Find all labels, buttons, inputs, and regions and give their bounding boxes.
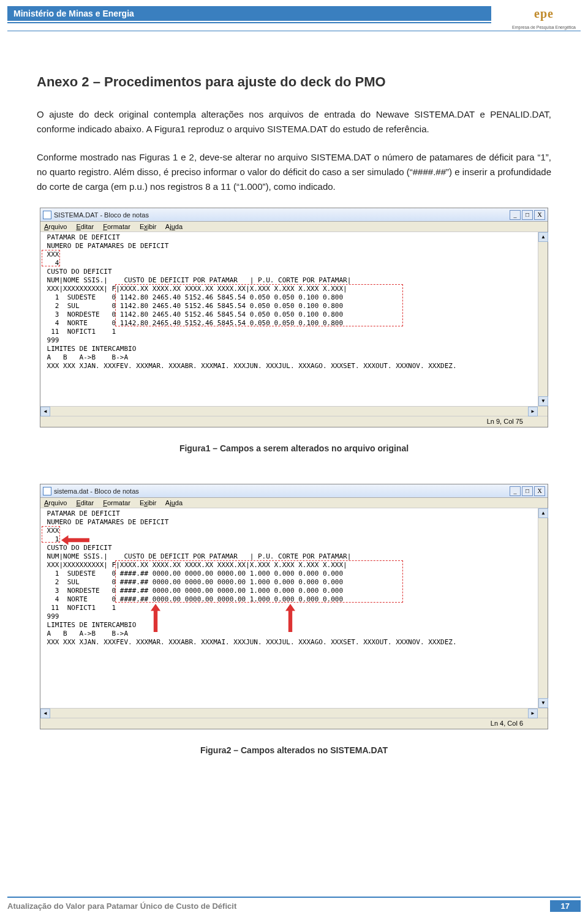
menu-bar: AArquivorquivo Editar Formatar Exibir Aj… (40, 222, 548, 232)
menu-formatar[interactable]: Formatar (103, 223, 130, 230)
titlebar[interactable]: SISTEMA.DAT - Bloco de notas _ □ X (40, 208, 548, 222)
minimize-button[interactable]: _ (510, 486, 521, 496)
page-footer: Atualização do Valor para Patamar Único … (7, 897, 581, 912)
vertical-scrollbar[interactable]: ▲ ▼ (538, 232, 548, 406)
close-button[interactable]: X (534, 210, 545, 220)
notepad-window-1: SISTEMA.DAT - Bloco de notas _ □ X AArqu… (40, 208, 548, 427)
figure1-caption: Figura1 – Campos a serem alterados no ar… (37, 443, 551, 453)
status-bar: Ln 4, Col 6 (40, 718, 548, 729)
window-title: SISTEMA.DAT - Bloco de notas (54, 211, 149, 219)
logo-subtitle: Empresa de Pesquisa Energética (512, 25, 576, 29)
scroll-up-icon[interactable]: ▲ (538, 508, 548, 518)
menu-ajuda[interactable]: Ajuda (165, 499, 183, 506)
close-button[interactable]: X (534, 486, 545, 496)
text-area[interactable]: PATAMAR DE DEFICIT NUMERO DE PATAMARES D… (40, 508, 538, 708)
status-bar: Ln 9, Col 75 (40, 416, 548, 427)
menu-formatar[interactable]: Formatar (103, 499, 130, 506)
notepad-icon (43, 487, 51, 495)
paragraph-1: O ajuste do deck original contempla alte… (37, 107, 551, 137)
footer-title: Atualização do Valor para Patamar Único … (7, 901, 236, 911)
scroll-right-icon[interactable]: ▶ (528, 709, 538, 718)
menu-arquivo[interactable]: AArquivorquivo (44, 223, 67, 230)
horizontal-scrollbar[interactable]: ◀ ▶ (40, 406, 548, 416)
page-header: Ministério de Minas e Energia epe Empres… (0, 0, 588, 31)
menu-ajuda[interactable]: Ajuda (165, 223, 183, 230)
notepad-window-2: sistema.dat - Bloco de notas _ □ X Arqui… (40, 484, 548, 729)
epe-logo: epe Empresa de Pesquisa Energética (512, 2, 576, 29)
menu-bar: Arquivo Editar Formatar Exibir Ajuda (40, 498, 548, 508)
page-number: 17 (550, 900, 581, 912)
scroll-up-icon[interactable]: ▲ (538, 232, 548, 242)
minimize-button[interactable]: _ (510, 210, 521, 220)
titlebar[interactable]: sistema.dat - Bloco de notas _ □ X (40, 484, 548, 498)
maximize-button[interactable]: □ (522, 210, 533, 220)
scroll-down-icon[interactable]: ▼ (538, 698, 548, 708)
menu-exibir[interactable]: Exibir (140, 223, 157, 230)
menu-exibir[interactable]: Exibir (140, 499, 157, 506)
notepad-icon (43, 211, 51, 219)
logo-text: epe (526, 2, 562, 24)
maximize-button[interactable]: □ (522, 486, 533, 496)
scroll-right-icon[interactable]: ▶ (528, 407, 538, 416)
header-rule (7, 22, 491, 23)
menu-arquivo[interactable]: Arquivo (44, 499, 67, 506)
vertical-scrollbar[interactable]: ▲ ▼ (538, 508, 548, 708)
scroll-left-icon[interactable]: ◀ (40, 407, 50, 416)
footer-rule (7, 897, 581, 898)
figure2-caption: Figura2 – Campos alterados no SISTEMA.DA… (37, 745, 551, 755)
menu-editar[interactable]: Editar (76, 499, 94, 506)
paragraph-2: Conforme mostrado nas Figuras 1 e 2, dev… (37, 150, 551, 194)
anexo-title: Anexo 2 – Procedimentos para ajuste do d… (37, 74, 551, 90)
text-area[interactable]: PATAMAR DE DEFICIT NUMERO DE PATAMARES D… (40, 232, 538, 406)
ministry-label: Ministério de Minas e Energia (7, 6, 491, 21)
scroll-down-icon[interactable]: ▼ (538, 396, 548, 406)
horizontal-scrollbar[interactable]: ◀ ▶ (40, 708, 548, 718)
window-title: sistema.dat - Bloco de notas (54, 487, 139, 495)
scroll-left-icon[interactable]: ◀ (40, 709, 50, 718)
menu-editar[interactable]: Editar (76, 223, 94, 230)
main-content: Anexo 2 – Procedimentos para ajuste do d… (0, 31, 588, 755)
